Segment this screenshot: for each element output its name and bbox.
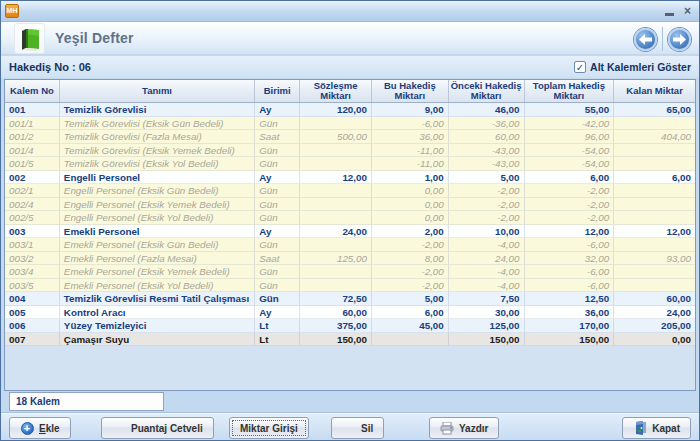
cell-kalan: 93,00 [614,252,695,266]
checkbox-check-icon[interactable]: ✓ [574,61,586,73]
cell-tanim: Temizlik Görevlisi [60,103,255,117]
cell-sozlesme [300,211,372,225]
cell-kalem-no: 001/1 [5,117,60,131]
cell-kalan [614,265,695,279]
column-header[interactable]: Toplam Hakediş Miktarı [525,80,615,102]
column-header[interactable]: Birimi [255,80,300,102]
cell-onceki-hakedis: 46,00 [449,103,525,117]
table-row[interactable]: 001/2Temizlik Görevlisi (Fazla Mesai)Saa… [5,130,695,144]
cell-kalem-no: 002/1 [5,184,60,198]
cell-kalan [614,184,695,198]
remove-icon [342,421,356,435]
cell-bu-hakedis: 9,00 [372,103,449,117]
cell-sozlesme [300,157,372,171]
table-row[interactable]: 003Emekli PersonelAy24,002,0010,0012,001… [5,225,695,239]
show-sub-items-checkbox[interactable]: ✓ Alt Kalemleri Göster [574,56,691,78]
cell-birim: Gün [255,238,300,252]
table-row[interactable]: 002/1Engelli Personel (Eksik Gün Bedeli)… [5,184,695,198]
cell-kalan: 24,00 [614,306,695,320]
column-header[interactable]: Tanımı [60,80,255,102]
hakedis-table: Kalem NoTanımıBirimiSözleşme MiktarıBu H… [4,79,696,391]
cell-birim: Lt [255,333,300,347]
column-header[interactable]: Kalem No [5,80,60,102]
cell-tanim: Yüzey Temizleyici [60,319,255,333]
table-row[interactable]: 001/4Temizlik Görevlisi (Eksik Yemek Bed… [5,144,695,158]
yazd-r-button[interactable]: Yazdır [429,417,499,439]
cell-toplam-hakedis: 12,00 [525,225,615,239]
cell-tanim: Çamaşır Suyu [60,333,255,347]
cell-kalan [614,117,695,131]
cell-sozlesme [300,117,372,131]
cell-tanim: Temizlik Görevlisi (Eksik Yemek Bedeli) [60,144,255,158]
close-icon[interactable]: × [684,4,691,18]
table-row[interactable]: 001/5Temizlik Görevlisi (Eksik Yol Bedel… [5,157,695,171]
cell-birim: Ay [255,306,300,320]
kapat-button[interactable]: Kapat [622,417,691,439]
yesil-defter-window: MH × Yeşil Defter [0,0,700,441]
puantaj-cetveli-button[interactable]: Puantaj Cetveli [101,417,214,439]
next-arrow-button[interactable] [668,28,691,51]
cell-toplam-hakedis: -2,00 [525,184,615,198]
cell-bu-hakedis: -2,00 [372,279,449,293]
cell-onceki-hakedis: -4,00 [449,279,525,293]
table-row[interactable]: 005Kontrol AracıAy60,006,0030,0036,0024,… [5,306,695,320]
cell-tanim: Kontrol Aracı [60,306,255,320]
cell-toplam-hakedis: -54,00 [525,144,615,158]
page-title: Yeşil Defter [55,22,134,55]
record-count-badge: 18 Kalem [9,392,164,411]
cell-kalem-no: 006 [5,319,60,333]
cell-kalem-no: 001/4 [5,144,60,158]
cell-onceki-hakedis: 5,00 [449,171,525,185]
table-row[interactable]: 001/1Temizlik Görevlisi (Eksik Gün Bedel… [5,117,695,131]
table-row[interactable]: 002Engelli PersonelAy12,001,005,006,006,… [5,171,695,185]
nav-divider [662,27,663,51]
cell-toplam-hakedis: 55,00 [525,103,615,117]
table-row[interactable]: 003/5Emekli Personel (Eksik Yol Bedeli)G… [5,279,695,293]
cell-sozlesme: 375,00 [300,319,372,333]
cell-toplam-hakedis: 150,00 [525,333,615,347]
cell-birim: Ay [255,225,300,239]
cell-toplam-hakedis: 96,00 [525,130,615,144]
cell-toplam-hakedis: -6,00 [525,265,615,279]
column-header[interactable]: Bu Hakediş Miktarı [372,80,449,102]
cell-tanim: Engelli Personel (Eksik Yol Bedeli) [60,211,255,225]
table-row[interactable]: 004Temizlik Görevlisi Resmi Tatil Çalışm… [5,292,695,306]
table-row[interactable]: 003/1Emekli Personel (Eksik Gün Bedeli)G… [5,238,695,252]
cell-toplam-hakedis: -6,00 [525,279,615,293]
ekle-button[interactable]: +Ekle [9,417,71,439]
table-header-row: Kalem NoTanımıBirimiSözleşme MiktarıBu H… [5,80,695,103]
cell-bu-hakedis: -6,00 [372,117,449,131]
column-header[interactable]: Kalan Miktar [614,80,695,102]
title-bar[interactable]: MH × [1,1,699,22]
cell-kalan [614,157,695,171]
cell-sozlesme: 12,00 [300,171,372,185]
cell-birim: Gün [255,184,300,198]
minimize-icon[interactable] [665,9,674,16]
hakedis-no-label: Hakediş No : 06 [9,56,91,78]
table-row[interactable]: 002/4Engelli Personel (Eksik Yemek Bedel… [5,198,695,212]
table-row[interactable]: 007Çamaşır SuyuLt150,00150,00150,000,00 [5,333,695,347]
column-header[interactable]: Önceki Hakediş Miktarı [449,80,525,102]
table-row[interactable]: 002/5Engelli Personel (Eksik Yol Bedeli)… [5,211,695,225]
cell-bu-hakedis: -2,00 [372,238,449,252]
cell-kalan: 65,00 [614,103,695,117]
miktar-giri-i-button[interactable]: Miktar Girişi [229,417,309,439]
table-row[interactable]: 003/2Emekli Personel (Fazla Mesai)Saat12… [5,252,695,266]
cell-bu-hakedis: 6,00 [372,306,449,320]
app-badge-icon: MH [5,4,19,18]
sil-button[interactable]: Sil [331,417,384,439]
cell-kalan [614,211,695,225]
table-row[interactable]: 003/4Emekli Personel (Eksik Yemek Bedeli… [5,265,695,279]
cell-bu-hakedis: 36,00 [372,130,449,144]
table-row[interactable]: 001Temizlik GörevlisiAy120,009,0046,0055… [5,103,695,117]
cell-tanim: Engelli Personel (Eksik Yemek Bedeli) [60,198,255,212]
cell-kalem-no: 003 [5,225,60,239]
cell-birim: Lt [255,319,300,333]
prev-arrow-button[interactable] [634,28,657,51]
button-label: Kapat [652,423,680,434]
cell-onceki-hakedis: 7,50 [449,292,525,306]
show-sub-items-label: Alt Kalemleri Göster [590,61,691,73]
column-header[interactable]: Sözleşme Miktarı [300,80,372,102]
cell-sozlesme: 120,00 [300,103,372,117]
table-row[interactable]: 006Yüzey TemizleyiciLt375,0045,00125,001… [5,319,695,333]
